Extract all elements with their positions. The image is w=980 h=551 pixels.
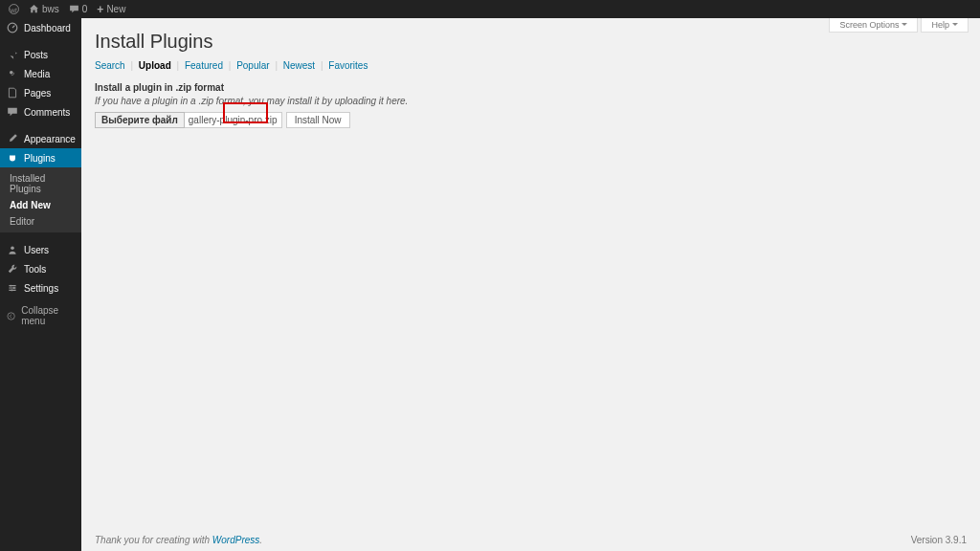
screen-meta-links: Screen Options Help — [829, 18, 969, 33]
filter-search[interactable]: Search — [95, 60, 125, 71]
comment-icon — [69, 4, 79, 14]
menu-label: Plugins — [24, 153, 56, 164]
svg-point-2 — [10, 71, 13, 75]
collapse-label: Collapse menu — [21, 305, 75, 326]
brush-icon — [7, 133, 18, 144]
menu-posts[interactable]: Posts — [0, 45, 81, 64]
svg-point-4 — [10, 285, 11, 287]
upload-description: If you have a plugin in a .zip format, y… — [95, 96, 967, 106]
svg-point-7 — [8, 312, 14, 319]
site-link[interactable]: bws — [24, 4, 64, 14]
submenu-installed-plugins[interactable]: Installed Plugins — [0, 170, 81, 197]
comment-icon — [7, 106, 18, 118]
filter-popular[interactable]: Popular — [236, 60, 269, 71]
new-content[interactable]: + New — [92, 3, 130, 16]
dashboard-icon — [7, 22, 18, 33]
admin-footer: Thank you for creating with WordPress. V… — [81, 528, 980, 551]
site-name: bws — [42, 4, 59, 14]
collapse-menu[interactable]: Collapse menu — [0, 301, 81, 330]
submenu-add-new[interactable]: Add New — [0, 197, 81, 213]
menu-tools[interactable]: Tools — [0, 259, 81, 278]
menu-label: Media — [24, 69, 50, 79]
comments-link[interactable]: 0 — [64, 4, 93, 14]
admin-bar: bws 0 + New — [0, 0, 980, 18]
install-now-button[interactable]: Install Now — [286, 112, 350, 128]
filter-links: Search | Upload | Featured | Popular | N… — [95, 60, 967, 71]
collapse-icon — [7, 311, 15, 321]
media-icon — [7, 68, 18, 79]
menu-label: Posts — [24, 50, 48, 60]
menu-label: Comments — [24, 107, 70, 118]
filter-featured[interactable]: Featured — [185, 60, 223, 71]
screen-options-label: Screen Options — [839, 20, 899, 30]
menu-label: Users — [24, 245, 49, 255]
chevron-down-icon — [902, 23, 907, 29]
upload-form: Выберите файл gallery-plugin-pro.zip Ins… — [95, 112, 967, 128]
menu-comments[interactable]: Comments — [0, 102, 81, 121]
users-icon — [7, 244, 18, 255]
selected-file-name: gallery-plugin-pro.zip — [185, 112, 282, 128]
home-icon — [29, 4, 39, 14]
menu-label: Appearance — [24, 134, 76, 144]
admin-sidebar: Dashboard Posts Media Pages Comments App… — [0, 18, 81, 551]
comments-count: 0 — [82, 4, 88, 14]
new-label: New — [106, 4, 125, 14]
wrench-icon — [7, 263, 18, 275]
footer-version: Version 3.9.1 — [911, 535, 967, 545]
help-tab[interactable]: Help — [921, 18, 969, 33]
filter-upload[interactable]: Upload — [139, 60, 171, 71]
filter-favorites[interactable]: Favorites — [328, 60, 368, 71]
settings-icon — [7, 282, 18, 294]
wordpress-link[interactable]: WordPress — [212, 535, 259, 545]
choose-file-button[interactable]: Выберите файл — [95, 112, 185, 128]
pin-icon — [7, 49, 18, 60]
menu-appearance[interactable]: Appearance — [0, 129, 81, 148]
svg-point-6 — [11, 290, 13, 292]
wp-logo[interactable] — [4, 4, 24, 14]
menu-label: Pages — [24, 88, 51, 99]
svg-point-3 — [11, 246, 14, 250]
upload-heading: Install a plugin in .zip format — [95, 82, 967, 93]
wordpress-icon — [9, 4, 19, 14]
plugins-submenu: Installed Plugins Add New Editor — [0, 167, 81, 232]
menu-users[interactable]: Users — [0, 240, 81, 259]
screen-options-tab[interactable]: Screen Options — [829, 18, 918, 33]
menu-plugins[interactable]: Plugins — [0, 148, 81, 167]
plugin-icon — [7, 152, 18, 164]
filter-newest[interactable]: Newest — [283, 60, 315, 71]
chevron-down-icon — [952, 23, 958, 29]
page-icon — [7, 87, 18, 99]
menu-label: Dashboard — [24, 23, 71, 33]
menu-media[interactable]: Media — [0, 64, 81, 83]
svg-point-5 — [13, 287, 15, 289]
menu-label: Tools — [24, 264, 46, 275]
page-title: Install Plugins — [95, 31, 967, 53]
submenu-editor[interactable]: Editor — [0, 213, 81, 230]
plus-icon: + — [97, 3, 103, 16]
main-content: Screen Options Help Install Plugins Sear… — [81, 18, 980, 551]
help-label: Help — [931, 20, 949, 30]
menu-label: Settings — [24, 283, 58, 294]
menu-dashboard[interactable]: Dashboard — [0, 18, 81, 37]
footer-thanks: Thank you for creating with WordPress. — [95, 535, 262, 545]
menu-pages[interactable]: Pages — [0, 83, 81, 102]
menu-settings[interactable]: Settings — [0, 278, 81, 298]
